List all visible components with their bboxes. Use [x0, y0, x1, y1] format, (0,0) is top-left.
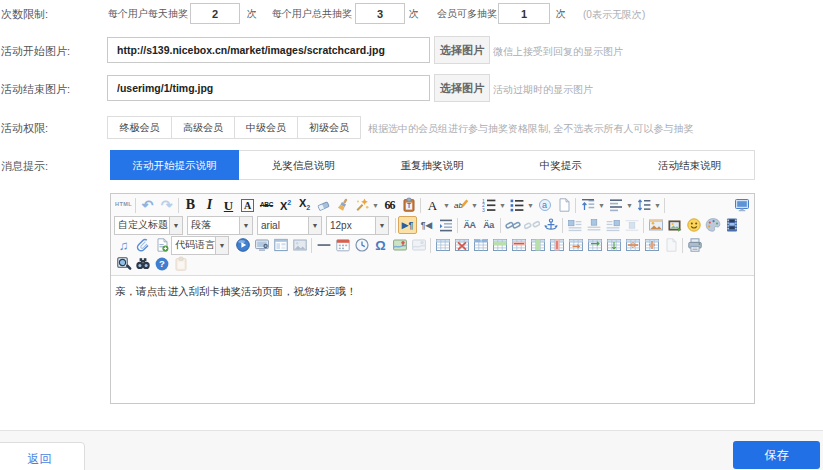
backcolor-icon[interactable]: ab — [451, 196, 470, 214]
paragraph-select[interactable]: 段落▼ — [187, 216, 253, 235]
backcolor-dropdown-caret-icon[interactable]: ▼ — [470, 196, 479, 214]
paragraph-top-icon[interactable] — [578, 196, 597, 214]
deleterow-icon[interactable] — [509, 236, 528, 254]
bold-icon[interactable]: B — [181, 196, 200, 214]
daily-limit-input[interactable] — [190, 3, 240, 24]
font-size-select-arrow-icon[interactable]: ▼ — [375, 217, 388, 234]
tab-winning-note[interactable]: 中奖提示 — [496, 151, 625, 179]
insertfile-icon[interactable] — [152, 236, 171, 254]
map-icon[interactable] — [390, 236, 409, 254]
insertcol-icon[interactable] — [528, 236, 547, 254]
uploadimage-icon[interactable] — [665, 216, 684, 234]
insertorderedlist-dropdown-caret-icon[interactable]: ▼ — [498, 196, 507, 214]
undo-icon[interactable]: ↶ — [138, 196, 157, 214]
insertvideo-icon[interactable] — [722, 216, 741, 234]
splittocols-icon[interactable] — [642, 236, 661, 254]
insertunorderedlist-icon[interactable] — [507, 196, 526, 214]
attachment-icon[interactable] — [133, 236, 152, 254]
insertframe-icon[interactable] — [271, 236, 290, 254]
searchreplace-icon[interactable] — [133, 255, 152, 273]
superscript-icon[interactable]: X2 — [276, 196, 295, 214]
source-icon[interactable]: HTML — [114, 196, 133, 214]
subscript-icon[interactable]: X2 — [295, 196, 314, 214]
insertunorderedlist-dropdown-caret-icon[interactable]: ▼ — [526, 196, 535, 214]
member-group-option-2[interactable]: 中级会员 — [234, 117, 297, 138]
imagefloat-center-icon[interactable] — [584, 216, 603, 234]
insertrow-icon[interactable] — [490, 236, 509, 254]
paragraph-top-dropdown-caret-icon[interactable]: ▼ — [597, 196, 606, 214]
link-icon[interactable] — [503, 216, 522, 234]
preview-icon[interactable] — [114, 255, 133, 273]
italic-icon[interactable]: I — [200, 196, 219, 214]
font-family-select-arrow-icon[interactable]: ▼ — [308, 217, 321, 234]
cleardoc-icon[interactable] — [554, 196, 573, 214]
mergecells-icon[interactable] — [566, 236, 585, 254]
unlink-icon[interactable] — [522, 216, 541, 234]
snapscreen-icon[interactable] — [252, 236, 271, 254]
flash-icon[interactable] — [233, 236, 252, 254]
date-icon[interactable] — [333, 236, 352, 254]
custom-title-select-arrow-icon[interactable]: ▼ — [169, 217, 182, 234]
imagefloat-right-icon[interactable] — [603, 216, 622, 234]
redo-icon[interactable]: ↷ — [157, 196, 176, 214]
font-size-select[interactable]: 12px▼ — [326, 216, 389, 235]
member-group-option-3[interactable]: 初级会员 — [297, 117, 360, 138]
member-extra-input[interactable] — [498, 3, 550, 24]
start-image-input[interactable] — [107, 37, 430, 63]
autotypeset-icon[interactable] — [352, 196, 371, 214]
spechars-icon[interactable]: Ω — [371, 236, 390, 254]
insertimage-icon[interactable] — [646, 216, 665, 234]
blockquote-icon[interactable]: 66 — [380, 196, 399, 214]
removeformat-icon[interactable] — [314, 196, 333, 214]
imagefloat-left-icon[interactable] — [565, 216, 584, 234]
total-limit-input[interactable] — [355, 3, 405, 24]
font-family-select[interactable]: arial▼ — [257, 216, 322, 235]
forecolor-icon[interactable]: A — [423, 196, 442, 214]
tab-activity-end-note[interactable]: 活动结束说明 — [625, 151, 754, 179]
member-group-option-0[interactable]: 终极会员 — [108, 117, 171, 138]
edit-window-icon[interactable] — [732, 196, 751, 214]
back-button[interactable]: 返回 — [0, 442, 85, 470]
insertorderedlist-icon[interactable]: 123 — [479, 196, 498, 214]
editor-content[interactable]: 亲，请点击进入刮刮卡抽奖活动页面，祝您好运哦！ — [111, 276, 754, 402]
touppercase-icon[interactable]: ÄA — [460, 216, 479, 234]
fontborder-icon[interactable]: A — [238, 196, 257, 214]
pasteplain-icon[interactable]: T — [399, 196, 418, 214]
autotypeset-dropdown-caret-icon[interactable]: ▼ — [371, 196, 380, 214]
code-language-select[interactable]: 代码语言▼ — [171, 236, 229, 255]
paragraph-align-dropdown-caret-icon[interactable]: ▼ — [625, 196, 634, 214]
code-language-select-arrow-icon[interactable]: ▼ — [215, 237, 228, 254]
deletecol-icon[interactable] — [547, 236, 566, 254]
tab-activity-start-note[interactable]: 活动开始提示说明 — [110, 150, 239, 180]
time-icon[interactable] — [352, 236, 371, 254]
tab-redeem-info[interactable]: 兑奖信息说明 — [239, 151, 368, 179]
formatmatch-icon[interactable] — [333, 196, 352, 214]
mergeright-icon[interactable] — [585, 236, 604, 254]
print-icon[interactable] — [685, 236, 704, 254]
deletetable-icon[interactable] — [452, 236, 471, 254]
background-icon[interactable] — [290, 236, 309, 254]
music-icon[interactable]: ♫ — [114, 236, 133, 254]
custom-title-select[interactable]: 自定义标题▼ — [114, 216, 183, 235]
tab-repeat-draw[interactable]: 重复抽奖说明 — [368, 151, 497, 179]
indent-icon[interactable] — [436, 216, 455, 234]
paragraph-select-arrow-icon[interactable]: ▼ — [239, 217, 252, 234]
save-button[interactable]: 保存 — [733, 441, 820, 469]
mergedown-icon[interactable] — [604, 236, 623, 254]
strikethrough-icon[interactable]: ABC — [257, 196, 276, 214]
forecolor-dropdown-caret-icon[interactable]: ▼ — [442, 196, 451, 214]
scrawl-icon[interactable] — [703, 216, 722, 234]
line-height-icon[interactable] — [634, 196, 653, 214]
dir-ltr-icon[interactable]: ▶¶ — [398, 216, 417, 234]
line-height-dropdown-caret-icon[interactable]: ▼ — [653, 196, 662, 214]
splittorows-icon[interactable] — [623, 236, 642, 254]
end-image-pick-button[interactable]: 选择图片 — [434, 74, 490, 102]
tablecaption-icon[interactable]: T — [471, 236, 490, 254]
dir-rtl-icon[interactable]: ¶◀ — [417, 216, 436, 234]
inserttable-icon[interactable] — [433, 236, 452, 254]
underline-icon[interactable]: U — [219, 196, 238, 214]
member-group-option-1[interactable]: 高级会员 — [171, 117, 234, 138]
horizontal-icon[interactable] — [314, 236, 333, 254]
start-image-pick-button[interactable]: 选择图片 — [434, 36, 490, 64]
selectall-icon[interactable]: a — [535, 196, 554, 214]
